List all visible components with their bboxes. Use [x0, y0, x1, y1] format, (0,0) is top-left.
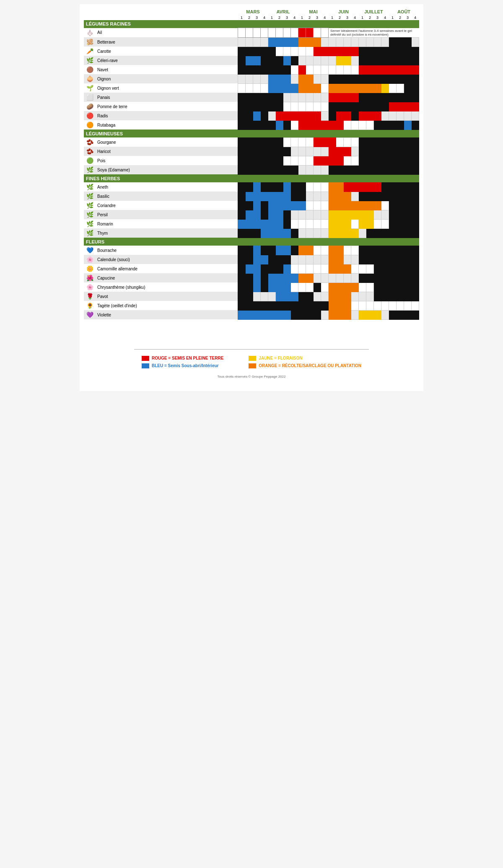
cell-17: [366, 246, 374, 255]
cell-22: [404, 310, 412, 319]
cell-0: [238, 201, 246, 210]
cell-11: [321, 74, 329, 83]
cell-9: [306, 246, 314, 255]
cell-10: [314, 137, 321, 147]
cell-21: [397, 273, 404, 282]
plant-row: 🟢Pois: [84, 156, 419, 165]
cell-13: [336, 120, 344, 130]
cell-15: [351, 201, 359, 210]
cell-23: [412, 65, 419, 74]
cell-13: [336, 182, 344, 192]
cell-0: [238, 56, 246, 65]
cell-12: [329, 147, 336, 156]
cell-10: [314, 93, 321, 102]
cell-20: [389, 292, 397, 301]
plant-name: Violette: [96, 310, 238, 319]
cell-23: [412, 37, 419, 47]
cell-20: [389, 137, 397, 147]
cell-8: [298, 37, 306, 47]
cell-5: [276, 47, 283, 56]
cell-20: [389, 201, 397, 210]
cell-17: [366, 219, 374, 228]
cell-12: [329, 83, 336, 93]
cell-2: [253, 56, 261, 65]
cell-4: [268, 37, 276, 47]
cell-4: [268, 255, 276, 264]
cell-7: [291, 65, 298, 74]
cell-13: [336, 165, 344, 174]
cell-2: [253, 264, 261, 273]
cell-8: [298, 182, 306, 192]
plant-icon: 🌿: [84, 56, 96, 65]
cell-0: [238, 83, 246, 93]
cell-15: [351, 292, 359, 301]
cell-16: [359, 255, 366, 264]
cell-2: [253, 156, 261, 165]
plant-icon: 🟢: [84, 156, 96, 165]
week-3: 3: [314, 15, 321, 20]
cell-12: [329, 310, 336, 319]
category-row-2: FINES HERBES: [84, 174, 419, 182]
legend-orange-text: ORANGE = RÉCOLTE/SARCLAGE OU PLANTATION: [259, 363, 361, 368]
cell-23: [412, 192, 419, 201]
cell-12: [329, 201, 336, 210]
cell-12: [329, 182, 336, 192]
cell-21: [397, 228, 404, 238]
cell-1: [246, 201, 253, 210]
cell-6: [283, 246, 291, 255]
cell-23: [412, 201, 419, 210]
cell-10: [314, 273, 321, 282]
plant-name: Gourgane: [96, 137, 238, 147]
cell-6: [283, 28, 291, 38]
cell-18: [374, 182, 381, 192]
week-2: 2: [276, 15, 283, 20]
cell-7: [291, 264, 298, 273]
cell-8: [298, 273, 306, 282]
cell-14: [344, 282, 351, 292]
cell-19: [381, 147, 389, 156]
cell-5: [276, 292, 283, 301]
cell-16: [359, 83, 366, 93]
cell-5: [276, 147, 283, 156]
legend-left: ROUGE = SEMIS EN PLEINE TERRE BLEU = Sem…: [142, 356, 223, 368]
cell-10: [314, 147, 321, 156]
cell-16: [359, 156, 366, 165]
cell-19: [381, 65, 389, 74]
header-label: [84, 8, 238, 15]
cell-20: [389, 65, 397, 74]
cell-22: [404, 246, 412, 255]
legend-right: JAUNE = FLORAISON ORANGE = RÉCOLTE/SARCL…: [249, 356, 361, 368]
cell-18: [374, 210, 381, 219]
plant-row: 💙Bourrache: [84, 246, 419, 255]
cell-10: [314, 210, 321, 219]
cell-0: [238, 292, 246, 301]
cell-20: [389, 156, 397, 165]
cell-16: [359, 111, 366, 120]
month-aout: AOÛT: [389, 8, 419, 15]
month-juin: JUIN: [329, 8, 359, 15]
cell-13: [336, 301, 344, 310]
cell-11: [321, 65, 329, 74]
cell-4: [268, 282, 276, 292]
cell-13: [336, 310, 344, 319]
plant-name: Céleri-rave: [96, 56, 238, 65]
cell-0: [238, 137, 246, 147]
cell-6: [283, 273, 291, 282]
plant-row: 🌸Calendule (souci): [84, 255, 419, 264]
cell-3: [261, 37, 268, 47]
cell-11: [321, 182, 329, 192]
cell-11: [321, 301, 329, 310]
cell-6: [283, 111, 291, 120]
week-1: 1: [359, 15, 366, 20]
cell-23: [412, 47, 419, 56]
month-mars: MARS: [238, 8, 268, 15]
cell-18: [374, 102, 381, 111]
category-label: LÉGUMINEUSES: [84, 130, 419, 137]
cell-17: [366, 182, 374, 192]
cell-6: [283, 301, 291, 310]
cell-14: [344, 156, 351, 165]
cell-15: [351, 37, 359, 47]
cell-21: [397, 192, 404, 201]
cell-23: [412, 246, 419, 255]
cell-3: [261, 47, 268, 56]
